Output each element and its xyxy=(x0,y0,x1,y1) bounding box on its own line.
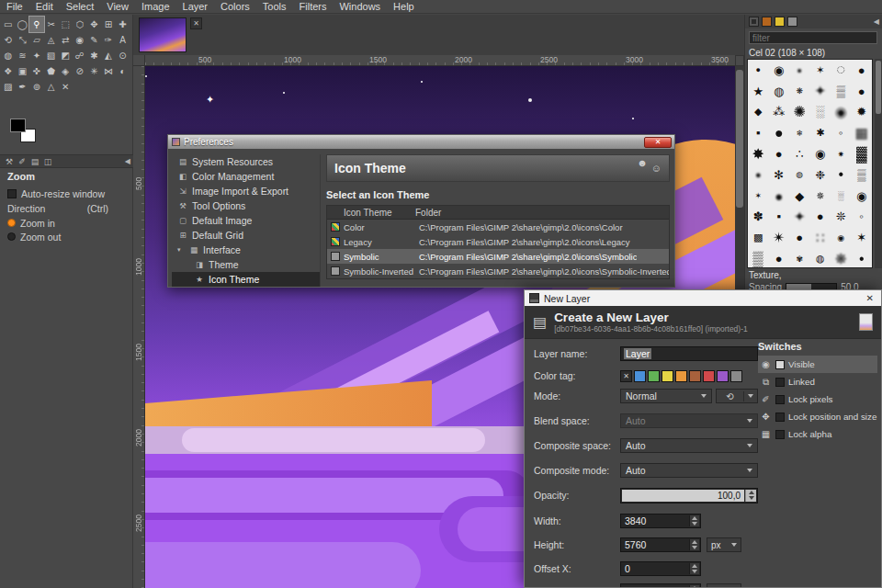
brush-thumbnail[interactable]: ∷ xyxy=(810,227,831,248)
brush-thumbnail[interactable]: ✽ xyxy=(748,207,769,228)
menu-item[interactable]: View xyxy=(100,0,135,13)
tool-icon[interactable]: ◈ xyxy=(58,63,73,79)
vertical-ruler[interactable]: 50010001500200025003000 xyxy=(133,66,145,588)
menu-item[interactable]: Layer xyxy=(176,0,215,13)
spinner-buttons[interactable] xyxy=(689,515,699,526)
brush-thumbnail[interactable]: ✴ xyxy=(769,227,790,248)
menu-item[interactable]: Image xyxy=(135,0,176,13)
gradients-tab-icon[interactable] xyxy=(775,17,785,27)
lock-alpha-checkbox[interactable] xyxy=(775,430,785,439)
close-button[interactable]: ✕ xyxy=(866,293,876,303)
menu-item[interactable]: Tools xyxy=(256,0,293,13)
tool-icon[interactable]: ▱ xyxy=(29,32,44,48)
tool-icon[interactable]: ⋈ xyxy=(101,63,116,79)
brush-thumbnail[interactable]: ░ xyxy=(831,186,852,207)
fonts-tab-icon[interactable] xyxy=(787,17,797,27)
tool-icon[interactable]: ◩ xyxy=(58,48,73,63)
tree-item-image-import-export[interactable]: ⇲ Image Import & Export xyxy=(172,184,320,198)
tool-icon[interactable]: ✱ xyxy=(87,48,102,63)
tool-icon[interactable]: ✥ xyxy=(87,17,102,32)
brush-thumbnail[interactable]: • xyxy=(789,60,810,81)
zoom-out-option[interactable]: Zoom out xyxy=(7,231,129,243)
tool-icon[interactable]: A xyxy=(116,32,130,48)
brush-grid-scrollbar[interactable] xyxy=(875,59,882,268)
brush-thumbnail[interactable]: ◉ xyxy=(831,102,852,123)
ruler-corner-right[interactable] xyxy=(735,55,744,66)
height-input[interactable]: 5760 xyxy=(620,537,701,552)
paint-tab-icon[interactable]: ✐ xyxy=(16,157,28,166)
switch-lock-alpha[interactable]: ▦ Lock alpha xyxy=(758,425,877,443)
offset-y-input[interactable]: 0 xyxy=(620,583,701,588)
brush-thumbnail[interactable]: ● xyxy=(769,143,790,164)
brush-thumbnail[interactable]: ▓ xyxy=(852,143,873,164)
tool-icon[interactable]: ⟲ xyxy=(1,32,16,48)
brush-thumbnail[interactable]: ▪ xyxy=(748,122,769,143)
close-tab-icon[interactable]: ✕ xyxy=(190,17,202,29)
brush-thumbnail[interactable]: ◉ xyxy=(769,60,790,81)
tool-icon[interactable]: ✜ xyxy=(29,63,44,79)
composite-space-select[interactable]: Auto xyxy=(620,438,758,453)
tool-icon[interactable]: ✂ xyxy=(44,17,59,32)
brush-thumbnail[interactable]: ✱ xyxy=(810,122,831,143)
tool-icon[interactable]: ✑ xyxy=(101,32,116,48)
history-tab-icon[interactable]: ▤ xyxy=(28,157,41,166)
mode-select[interactable]: Normal xyxy=(620,389,712,403)
collapse-dock-icon[interactable]: ◀ xyxy=(874,17,879,26)
tool-icon[interactable]: ◭ xyxy=(101,48,116,63)
zoom-in-radio[interactable] xyxy=(7,219,16,227)
brush-thumbnail[interactable]: ◆ xyxy=(789,186,810,207)
zoom-out-radio[interactable] xyxy=(7,232,16,241)
color-tag-none[interactable]: ✕ xyxy=(620,370,632,382)
tool-icon[interactable]: ✕ xyxy=(58,79,73,95)
spinner-buttons[interactable] xyxy=(745,490,756,502)
lock-pixels-checkbox[interactable] xyxy=(775,395,785,404)
preferences-titlebar[interactable]: Preferences ✕ xyxy=(168,135,674,149)
table-row-symbolic-inverted[interactable]: Symbolic-Inverted C:\Program Files\GIMP … xyxy=(327,264,669,278)
close-button[interactable]: ✕ xyxy=(644,137,672,148)
foreground-color-swatch[interactable] xyxy=(10,119,26,132)
color-tag-swatch[interactable] xyxy=(730,370,742,382)
tree-item-icon-theme[interactable]: ★ Icon Theme xyxy=(172,272,320,287)
tree-item-interface[interactable]: ▾ ▦ Interface xyxy=(172,243,320,257)
tree-item-default-image[interactable]: ▢ Default Image xyxy=(172,213,320,228)
tool-icon[interactable]: ☍ xyxy=(73,48,87,63)
brush-filter-input[interactable] xyxy=(749,31,877,44)
tool-icon[interactable]: ⚲ xyxy=(29,17,44,32)
brush-thumbnail[interactable]: ✸ xyxy=(748,143,769,164)
spin-down-icon[interactable] xyxy=(692,546,697,549)
auto-resize-checkbox[interactable] xyxy=(7,189,17,198)
brush-thumbnail[interactable]: ✶ xyxy=(852,227,873,248)
menu-item[interactable]: Edit xyxy=(29,0,60,13)
brush-thumbnail[interactable]: ⁂ xyxy=(769,102,790,123)
menu-item[interactable]: Colors xyxy=(214,0,256,13)
tool-icon[interactable]: ❖ xyxy=(1,63,16,79)
brush-thumbnail[interactable]: ❋ xyxy=(831,248,852,268)
spin-up-icon[interactable] xyxy=(749,491,754,494)
brush-thumbnail[interactable]: • xyxy=(831,164,852,186)
image-tab-thumbnail[interactable] xyxy=(139,17,187,52)
brush-thumbnail[interactable]: ● xyxy=(810,207,831,228)
brush-thumbnail[interactable]: ◉ xyxy=(831,227,852,248)
tool-icon[interactable]: ◬ xyxy=(44,32,59,48)
tool-icon[interactable]: ✦ xyxy=(29,48,44,63)
tool-icon[interactable]: ⇄ xyxy=(58,32,73,48)
composite-mode-select[interactable]: Auto xyxy=(620,463,758,478)
tree-item-system-resources[interactable]: ▤ System Resources xyxy=(172,154,320,169)
mode-switch-button[interactable]: ⟲ xyxy=(716,389,758,403)
brush-thumbnail[interactable]: ◍ xyxy=(789,164,810,186)
menu-item[interactable]: Windows xyxy=(333,0,387,13)
linked-checkbox[interactable] xyxy=(775,378,785,387)
spin-down-icon[interactable] xyxy=(692,570,697,573)
brush-thumbnail[interactable]: ▒ xyxy=(831,81,852,102)
brush-thumbnail[interactable]: ✺ xyxy=(789,102,810,123)
color-tag-swatch[interactable] xyxy=(689,370,701,382)
ruler-corner[interactable] xyxy=(133,55,145,66)
layer-name-input[interactable]: Layer xyxy=(620,346,758,361)
visible-checkbox[interactable] xyxy=(775,360,785,369)
color-tag-swatch[interactable] xyxy=(648,370,660,382)
color-tag-swatch[interactable] xyxy=(662,370,673,382)
tool-icon[interactable]: ✒ xyxy=(16,79,30,95)
brush-thumbnail[interactable]: ◦ xyxy=(831,122,852,143)
tool-icon[interactable]: ◐ xyxy=(116,63,130,79)
tool-icon[interactable]: ⊞ xyxy=(101,17,116,32)
